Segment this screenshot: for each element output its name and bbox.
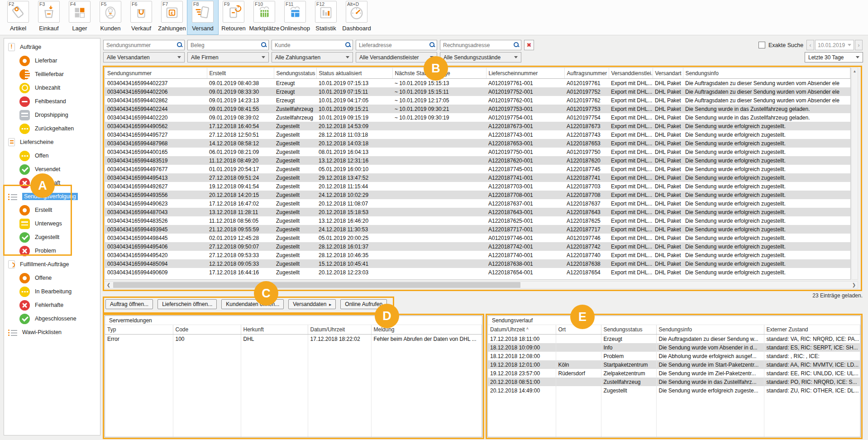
column-header[interactable]: Datum/Uhrzeit xyxy=(308,325,371,335)
date-field[interactable]: 10.01.2019 xyxy=(815,40,854,50)
beleg-search-input[interactable] xyxy=(187,40,269,50)
tracking-history-row[interactable]: 19.12.2018 12:01:00KölnStartpaketzentrum… xyxy=(488,360,860,369)
sidebar-item[interactable]: Fehlerhafte xyxy=(4,298,100,312)
date-prev-button[interactable]: ‹ xyxy=(806,40,814,50)
sidebar-item[interactable]: Fulfillment-Aufträge xyxy=(4,258,100,271)
scroll-left-icon[interactable]: ❮ xyxy=(105,282,112,288)
scroll-right-icon[interactable]: ❯ xyxy=(850,282,858,288)
toolbar-button-statistik[interactable]: F12 Statistik xyxy=(310,0,341,34)
tracking-history-row[interactable]: 18.12.2018 12:08:00ProblemDie Abholung w… xyxy=(488,352,860,360)
shipment-row[interactable]: 0034043416599449262719.12.2018 09:41:54Z… xyxy=(105,182,850,191)
shipment-row[interactable]: 0034043416599440016506.01.2019 08:21:09Z… xyxy=(105,148,850,156)
toolbar-button-zahlungen[interactable]: F7 € Zahlungen xyxy=(157,0,187,34)
column-header[interactable]: Herkunft xyxy=(241,325,308,335)
sidebar-item[interactable]: Erstellt xyxy=(4,203,100,217)
sidebar-item[interactable]: Abgeschlossene xyxy=(4,312,100,325)
shipment-row[interactable]: 0034043416599449394521.12.2018 09:55:59Z… xyxy=(105,225,850,234)
vertical-scrollbar[interactable]: ▲ xyxy=(851,67,858,280)
versandarten-dropdown[interactable]: Alle Versandarten xyxy=(103,52,185,62)
sidebar-item[interactable]: Zurückgehalten xyxy=(4,122,100,135)
shipment-row[interactable]: 0034043416599440224409.01.2019 08:41:55Z… xyxy=(105,105,850,113)
column-header[interactable]: Versandart xyxy=(653,68,683,79)
shipment-row[interactable]: 0034043416599440220609.01.2019 08:33:30E… xyxy=(105,87,850,96)
exakte-suche-checkbox[interactable] xyxy=(758,42,765,48)
sendungszustaende-dropdown[interactable]: Alle Sendungszustände xyxy=(440,52,521,62)
shipment-row[interactable]: 0034043416599449062317.12.2018 16:47:02Z… xyxy=(105,199,850,208)
kunde-search-input[interactable] xyxy=(272,40,353,50)
sidebar-item[interactable]: Unbezahlt xyxy=(4,81,100,95)
server-message-row[interactable]: Error100DHL17.12.2018 18:22:02Fehler bei… xyxy=(105,335,482,344)
horizontal-scrollbar[interactable]: ❮ ❯ xyxy=(105,281,858,289)
scrollbar-thumb[interactable] xyxy=(113,282,520,288)
tracking-history-row[interactable]: 18.12.2018 10:09:00InfoDie Sendung wurde… xyxy=(488,343,860,352)
tracking-history-row[interactable]: 20.12.2018 08:51:00ZustellfahrzeugDie Se… xyxy=(488,378,860,386)
shipment-row[interactable]: 0034043416599449844502.01.2019 12:45:28Z… xyxy=(105,234,850,242)
shipment-row[interactable]: 0034043416599440286209.01.2019 14:23:13E… xyxy=(105,96,850,105)
sidebar-item[interactable]: Fehlerhaft xyxy=(4,176,100,190)
sidebar-item[interactable]: Dropshipping xyxy=(4,108,100,122)
sidebar-item[interactable]: In Bearbeitung xyxy=(4,285,100,298)
column-header[interactable]: Sendungsinfo xyxy=(683,68,850,79)
shipment-row[interactable]: 0034043416599448352611.12.2018 08:56:05Z… xyxy=(105,216,850,225)
firmen-dropdown[interactable]: Alle Firmen xyxy=(187,52,269,62)
online-aufrufen-button[interactable]: Online Aufrufen xyxy=(340,299,387,309)
toolbar-button-verkauf[interactable]: F6 Verkauf xyxy=(126,0,157,34)
toolbar-button-kunden[interactable]: F5 Kunden xyxy=(95,0,126,34)
toolbar-button-dashboard[interactable]: Alt+D Dashboard xyxy=(341,0,372,34)
tracking-history-row[interactable]: 17.12.2018 18:11:00ErzeugtDie Auftragsda… xyxy=(488,335,860,344)
sidebar-item[interactable]: Lieferscheine xyxy=(4,135,100,149)
shipment-row[interactable]: 0034043416599448704313.12.2018 11:28:11Z… xyxy=(105,208,850,216)
rechnungsadresse-search-input[interactable] xyxy=(440,40,521,50)
column-header[interactable]: Typ xyxy=(105,325,173,335)
lieferadresse-search-input[interactable] xyxy=(356,40,437,50)
tracking-history-row[interactable]: 20.12.2018 14:49:00ZugestelltDie Sendung… xyxy=(488,386,860,395)
sidebar-item[interactable]: Aufträge xyxy=(4,40,100,54)
clear-filters-button[interactable] xyxy=(524,40,534,50)
column-header[interactable]: Erstellt xyxy=(207,68,274,79)
toolbar-button-marktplaetze[interactable]: F10 Marktplätze xyxy=(249,0,280,34)
scroll-up-icon[interactable]: ▲ xyxy=(852,68,858,75)
shipment-row[interactable]: 0034043416599448509412.12.2018 09:05:33Z… xyxy=(105,259,850,268)
column-header[interactable]: Sendungsstatus xyxy=(274,68,316,79)
shipment-row[interactable]: 0034043416599449542027.12.2018 09:53:33Z… xyxy=(105,251,850,259)
column-header[interactable]: Sendungsnummer xyxy=(105,68,207,79)
sidebar-item[interactable]: Sendungsverfolgung xyxy=(4,190,100,203)
auftrag-oeffnen-button[interactable]: Auftrag öffnen... xyxy=(105,299,153,309)
sendungsnummer-search-input[interactable] xyxy=(103,40,185,50)
shipment-row[interactable]: 0034043416599449355620.12.2018 14:20:15Z… xyxy=(105,191,850,199)
zahlungsarten-dropdown[interactable]: Alle Zahlungsarten xyxy=(272,52,353,62)
shipment-row[interactable]: 0034043416599449060917.12.2018 16:44:16Z… xyxy=(105,268,850,277)
shipment-row[interactable]: 0034043416599449540627.12.2018 09:50:07Z… xyxy=(105,242,850,251)
column-header[interactable]: Sendungsinfo xyxy=(656,325,764,335)
column-header-sorted[interactable]: Datum/Uhrzeit xyxy=(488,325,556,335)
column-header[interactable]: Meldung xyxy=(371,325,482,335)
shipment-row[interactable]: 0034043416599448351911.12.2018 08:49:20Z… xyxy=(105,156,850,165)
toolbar-button-lager[interactable]: F4 Lager xyxy=(64,0,95,34)
sidebar-item[interactable]: Offen xyxy=(4,149,100,163)
shipment-row[interactable]: 0034043416599440222009.01.2019 08:39:02Z… xyxy=(105,113,850,122)
column-header[interactable]: Sendungsstatus xyxy=(601,325,656,335)
toolbar-button-versand[interactable]: F8 Versand xyxy=(187,0,218,34)
versanddienstleister-dropdown[interactable]: Alle Versanddienstleister xyxy=(356,52,437,62)
lieferschein-oeffnen-button[interactable]: Lieferschein öffnen... xyxy=(157,299,217,309)
tracking-history-row[interactable]: 19.12.2018 23:57:00RüdersdorfZielpaketze… xyxy=(488,369,860,378)
column-header[interactable]: Ort xyxy=(556,325,601,335)
sidebar-item[interactable]: Unterwegs xyxy=(4,217,100,230)
shipment-row[interactable]: 0034043416599440223709.01.2019 08:40:38E… xyxy=(105,79,850,88)
shipment-row[interactable]: 0034043416599449056217.12.2018 16:40:54Z… xyxy=(105,122,850,130)
toolbar-button-retouren[interactable]: F9 Retouren xyxy=(218,0,249,34)
sidebar-item[interactable]: Zugestellt xyxy=(4,230,100,244)
shipment-row[interactable]: 0034043416599449572727.12.2018 12:50:51Z… xyxy=(105,130,850,139)
date-next-button[interactable]: › xyxy=(855,40,863,50)
toolbar-button-artikel[interactable]: F2 Artikel xyxy=(3,0,33,34)
sidebar-item[interactable]: Problem xyxy=(4,244,100,258)
shipment-row[interactable]: 0034043416599449541327.12.2018 09:51:24Z… xyxy=(105,173,850,182)
column-header[interactable]: Nächste Statusabfrage xyxy=(392,68,486,79)
sidebar-item[interactable]: Lieferbar xyxy=(4,54,100,67)
date-range-dropdown[interactable]: Letzte 30 Tage xyxy=(805,52,863,62)
kundendaten-oeffnen-button[interactable]: Kundendaten öffnen... xyxy=(221,299,284,309)
column-header[interactable]: Status aktualisiert xyxy=(316,68,392,79)
column-header[interactable]: Lieferscheinnummer xyxy=(486,68,564,79)
sidebar-item[interactable]: Versendet xyxy=(4,163,100,176)
sidebar-item[interactable]: Fehlbestand xyxy=(4,95,100,108)
